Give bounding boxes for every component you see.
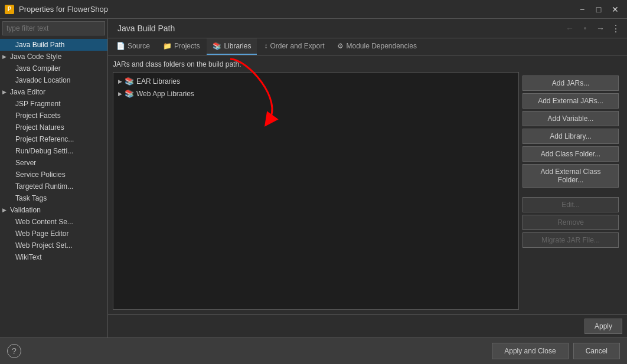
tree-item-ear-libraries[interactable]: ▶📚EAR Libraries	[113, 75, 518, 87]
main-panel-title: Java Build Path	[113, 21, 561, 35]
sidebar-item-web-project-settings[interactable]: Web Project Set...	[0, 240, 107, 251]
add-library-button[interactable]: Add Library...	[522, 129, 619, 144]
main-panel: Java Build Path ← • → ⋮ 📄Source📁Projects…	[108, 19, 627, 337]
sidebar-item-web-page-editor[interactable]: Web Page Editor	[0, 228, 107, 240]
apply-row: Apply	[108, 314, 627, 337]
sidebar-item-label: Task Tags	[15, 194, 47, 202]
tab-projects[interactable]: 📁Projects	[157, 38, 205, 55]
sidebar-item-label: Project Facets	[15, 112, 61, 120]
sidebar-item-project-references[interactable]: Project Referenc...	[0, 133, 107, 145]
tab-source[interactable]: 📄Source	[110, 38, 156, 55]
sidebar-item-label: Java Code Style	[10, 53, 61, 61]
libraries-area: JARs and class folders on the build path…	[108, 55, 627, 314]
sidebar-item-label: WikiText	[15, 253, 42, 261]
tab-icon-libraries: 📚	[213, 42, 221, 50]
sidebar-item-label: Java Editor	[10, 88, 45, 96]
tree-area: ▶📚EAR Libraries▶📚Web App Libraries	[113, 72, 519, 310]
sidebar-item-javadoc-location[interactable]: Javadoc Location	[0, 74, 107, 86]
main-toolbar: Java Build Path ← • → ⋮	[108, 19, 627, 38]
nav-forward-separator: •	[579, 22, 592, 35]
buttons-panel: Add JARs...Add External JARs...Add Varia…	[519, 72, 622, 310]
cancel-button[interactable]: Cancel	[573, 343, 620, 359]
sidebar-item-server[interactable]: Server	[0, 157, 107, 169]
title-bar-controls: − □ ✕	[575, 2, 622, 17]
kebab-menu-button[interactable]: ⋮	[609, 22, 622, 35]
button-spacer	[522, 190, 619, 195]
tree-expand-icon: ▶	[118, 78, 122, 84]
sidebar-item-label: Javadoc Location	[15, 76, 70, 84]
apply-and-close-button[interactable]: Apply and Close	[492, 343, 568, 359]
content-area: Java Build Path▶Java Code StyleJava Comp…	[0, 19, 627, 337]
tree-item-web-app-libraries[interactable]: ▶📚Web App Libraries	[113, 87, 518, 100]
sidebar-item-label: Targeted Runtim...	[15, 182, 73, 191]
expand-arrow-icon: ▶	[2, 207, 6, 213]
sidebar-item-label: Web Page Editor	[15, 229, 69, 238]
sidebar-item-project-natures[interactable]: Project Natures	[0, 122, 107, 133]
sidebar-item-targeted-runtime[interactable]: Targeted Runtim...	[0, 181, 107, 192]
tree-item-icon: 📚	[125, 77, 134, 86]
dialog-body: Java Build Path▶Java Code StyleJava Comp…	[0, 19, 627, 364]
tab-libraries[interactable]: 📚Libraries	[207, 38, 257, 55]
sidebar-item-java-editor[interactable]: ▶Java Editor	[0, 86, 107, 98]
sidebar-item-run-debug-settings[interactable]: Run/Debug Setti...	[0, 145, 107, 157]
tab-icon-projects: 📁	[163, 42, 172, 50]
add-jars-button[interactable]: Add JARs...	[522, 76, 619, 91]
sidebar-item-label: Project Natures	[15, 123, 64, 132]
close-button[interactable]: ✕	[608, 2, 622, 17]
tree-item-label: Web App Libraries	[136, 90, 194, 98]
sidebar-item-validation[interactable]: ▶Validation	[0, 204, 107, 216]
add-external-class-folder-button[interactable]: Add External Class Folder...	[522, 164, 619, 188]
add-external-jars-button[interactable]: Add External JARs...	[522, 93, 619, 109]
bottom-bar: ? Apply and Close Cancel	[0, 337, 627, 364]
sidebar-item-java-build-path[interactable]: Java Build Path	[0, 39, 107, 51]
tab-module-dependencies[interactable]: ⚙Module Dependencies	[331, 38, 422, 55]
tab-content: ▶📚EAR Libraries▶📚Web App Libraries Add J…	[113, 72, 622, 310]
edit-button: Edit...	[522, 197, 619, 212]
tree-item-icon: 📚	[125, 89, 134, 98]
tab-order-export[interactable]: ↕Order and Export	[258, 38, 330, 55]
tree-item-label: EAR Libraries	[136, 77, 180, 86]
nav-back-button[interactable]: ←	[563, 22, 576, 35]
tab-label-libraries: Libraries	[224, 42, 251, 50]
nav-forward-button[interactable]: →	[594, 22, 607, 35]
sidebar-item-label: Web Content Se...	[15, 218, 73, 226]
sidebar-item-label: Server	[15, 159, 36, 167]
build-path-desc: JARs and class folders on the build path…	[113, 60, 622, 68]
tab-label-order-export: Order and Export	[270, 42, 324, 50]
sidebar-item-service-policies[interactable]: Service Policies	[0, 169, 107, 181]
sidebar-item-java-code-style[interactable]: ▶Java Code Style	[0, 51, 107, 63]
title-bar: P Properties for FlowerShop − □ ✕	[0, 0, 627, 19]
title-bar-text: Properties for FlowerShop	[19, 5, 570, 14]
filter-input[interactable]	[2, 21, 105, 35]
tab-content-wrapper: JARs and class folders on the build path…	[108, 55, 627, 337]
sidebar-list: Java Build Path▶Java Code StyleJava Comp…	[0, 38, 107, 337]
tab-icon-source: 📄	[116, 42, 125, 50]
sidebar-item-web-content-settings[interactable]: Web Content Se...	[0, 216, 107, 228]
tab-label-module-dependencies: Module Dependencies	[346, 42, 416, 50]
sidebar-item-java-compiler[interactable]: Java Compiler	[0, 63, 107, 74]
sidebar-item-label: Project Referenc...	[15, 135, 74, 143]
sidebar-item-jsp-fragment[interactable]: JSP Fragment	[0, 98, 107, 110]
tree-expand-icon: ▶	[118, 91, 122, 97]
add-variable-button[interactable]: Add Variable...	[522, 111, 619, 126]
help-button[interactable]: ?	[7, 344, 21, 358]
sidebar: Java Build Path▶Java Code StyleJava Comp…	[0, 19, 108, 337]
add-class-folder-button[interactable]: Add Class Folder...	[522, 146, 619, 162]
tab-bar: 📄Source📁Projects📚Libraries↕Order and Exp…	[108, 38, 627, 55]
maximize-button[interactable]: □	[592, 2, 606, 17]
sidebar-item-label: Run/Debug Setti...	[15, 147, 73, 155]
sidebar-item-wikitext[interactable]: WikiText	[0, 251, 107, 263]
tab-label-source: Source	[128, 42, 150, 50]
sidebar-item-label: Java Compiler	[15, 64, 61, 73]
app-icon: P	[5, 5, 14, 14]
sidebar-item-label: Service Policies	[15, 170, 66, 179]
minimize-button[interactable]: −	[575, 2, 589, 17]
migrate-jar-button: Migrate JAR File...	[522, 232, 619, 248]
apply-button[interactable]: Apply	[584, 319, 622, 334]
sidebar-item-task-tags[interactable]: Task Tags	[0, 192, 107, 204]
tab-icon-module-dependencies: ⚙	[337, 42, 344, 50]
remove-button: Remove	[522, 215, 619, 230]
expand-arrow-icon: ▶	[2, 54, 6, 60]
sidebar-item-label: Web Project Set...	[15, 241, 73, 250]
sidebar-item-project-facets[interactable]: Project Facets	[0, 110, 107, 122]
